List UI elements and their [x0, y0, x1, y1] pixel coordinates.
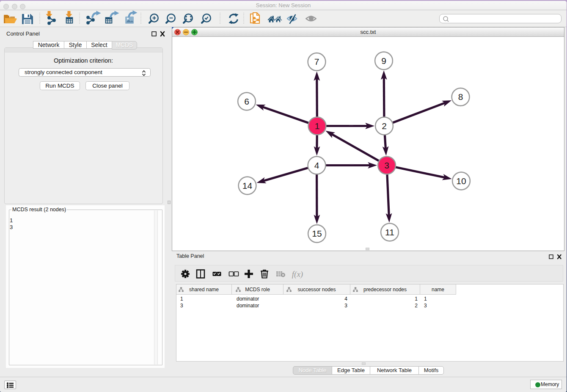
- svg-text:1: 1: [315, 121, 320, 131]
- svg-text:f(x): f(x): [292, 270, 303, 279]
- svg-text:10: 10: [456, 176, 466, 186]
- svg-text:8: 8: [458, 92, 463, 102]
- svg-text:9: 9: [381, 56, 386, 66]
- svg-text:14: 14: [242, 181, 253, 190]
- svg-text:3: 3: [384, 160, 389, 170]
- svg-text:7: 7: [314, 57, 319, 66]
- svg-text:6: 6: [244, 97, 249, 106]
- svg-text:15: 15: [312, 229, 322, 238]
- svg-text:2: 2: [382, 121, 387, 131]
- svg-text:11: 11: [385, 227, 394, 237]
- svg-text:4: 4: [314, 160, 319, 170]
